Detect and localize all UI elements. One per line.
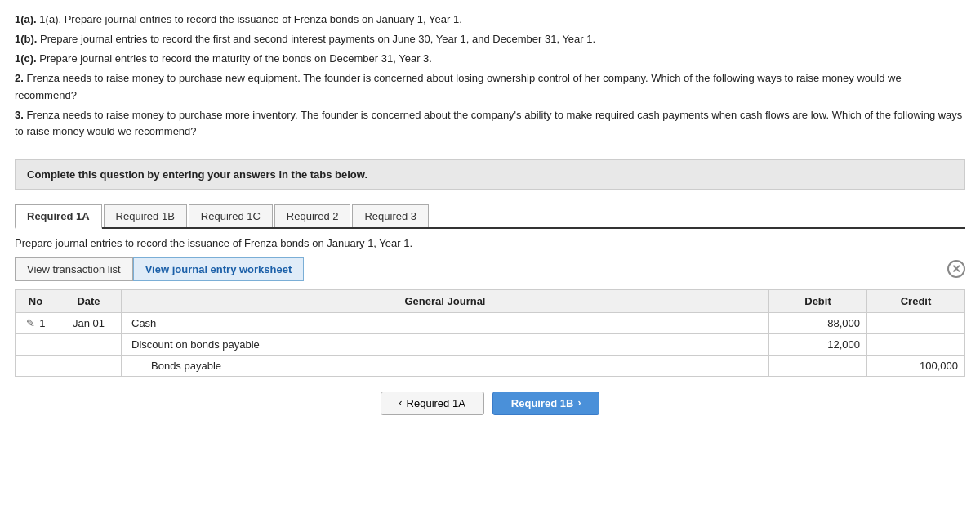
close-button[interactable]: ✕ [947,260,965,278]
row-no-empty2 [16,355,56,376]
row-credit-bonds[interactable]: 100,000 [867,355,965,376]
edit-icon[interactable]: ✎ [26,317,35,329]
journal-table: No Date General Journal Debit Credit ✎ 1… [15,289,965,377]
tab-required-1c[interactable]: Required 1C [189,204,273,227]
col-header-credit: Credit [867,289,965,312]
instruction-box: Complete this question by entering your … [15,159,965,190]
prev-chevron-icon: ‹ [399,397,403,409]
col-header-general-journal: General Journal [122,289,769,312]
nav-buttons-row: ‹ Required 1A Required 1B › [0,392,980,432]
row-date-empty [56,333,122,355]
tab-required-1b[interactable]: Required 1B [104,204,187,227]
row-gj-bonds[interactable]: Bonds payable [122,355,769,376]
row-debit-cash[interactable]: 88,000 [769,312,867,333]
line-1b: 1(b). Prepare journal entries to record … [15,31,965,47]
view-journal-entry-worksheet-button[interactable]: View journal entry worksheet [133,257,305,281]
sub-instruction: Prepare journal entries to record the is… [15,237,965,249]
table-row: Bonds payable 100,000 [16,355,965,376]
col-header-debit: Debit [769,289,867,312]
next-nav-button[interactable]: Required 1B › [492,392,600,415]
intro-text: 1(a). 1(a). Prepare journal entries to r… [0,0,980,151]
tab-required-1a[interactable]: Required 1A [15,204,102,229]
row-no-empty [16,333,56,355]
line-1c: 1(c). Prepare journal entries to record … [15,51,965,67]
row-debit-discount[interactable]: 12,000 [769,333,867,355]
line-3: 3. Frenza needs to raise money to purcha… [15,107,965,140]
row-gj-cash[interactable]: Cash [122,312,769,333]
prev-nav-button[interactable]: ‹ Required 1A [381,392,484,415]
view-transaction-list-button[interactable]: View transaction list [15,257,133,281]
table-row: Discount on bonds payable 12,000 [16,333,965,355]
tab-required-2[interactable]: Required 2 [274,204,351,227]
row-date-empty2 [56,355,122,376]
row-credit-discount[interactable] [867,333,965,355]
row-gj-discount[interactable]: Discount on bonds payable [122,333,769,355]
row-credit-cash[interactable] [867,312,965,333]
row-no: ✎ 1 [16,312,56,333]
next-chevron-icon: › [577,397,581,409]
action-buttons-row: View transaction list View journal entry… [15,257,965,281]
line-1a: 1(a). 1(a). Prepare journal entries to r… [15,11,965,28]
col-header-date: Date [56,289,122,312]
tabs-row: Required 1A Required 1B Required 1C Requ… [15,203,965,229]
line-2: 2. Frenza needs to raise money to purcha… [15,70,965,103]
tab-required-3[interactable]: Required 3 [352,204,429,227]
table-row: ✎ 1 Jan 01 Cash 88,000 [16,312,965,333]
row-debit-bonds[interactable] [769,355,867,376]
col-header-no: No [16,289,56,312]
close-icon: ✕ [951,262,961,275]
row-date[interactable]: Jan 01 [56,312,122,333]
